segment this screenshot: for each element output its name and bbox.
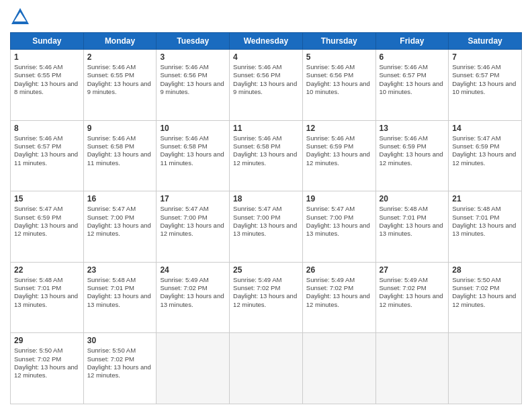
calendar-header: SundayMondayTuesdayWednesdayThursdayFrid… <box>11 33 522 50</box>
day-cell: 22Sunrise: 5:48 AMSunset: 7:01 PMDayligh… <box>11 262 84 333</box>
day-info: Sunrise: 5:48 AMSunset: 7:01 PMDaylight:… <box>452 205 518 238</box>
day-info: Sunrise: 5:46 AMSunset: 6:58 PMDaylight:… <box>160 134 226 167</box>
day-number: 30 <box>87 336 153 345</box>
day-info: Sunrise: 5:49 AMSunset: 7:02 PMDaylight:… <box>306 276 372 309</box>
day-cell: 18Sunrise: 5:47 AMSunset: 7:00 PMDayligh… <box>230 191 303 263</box>
page: SundayMondayTuesdayWednesdayThursdayFrid… <box>0 0 532 411</box>
day-info: Sunrise: 5:49 AMSunset: 7:02 PMDaylight:… <box>233 276 299 309</box>
day-cell: 23Sunrise: 5:48 AMSunset: 7:01 PMDayligh… <box>83 262 157 333</box>
logo-icon <box>10 7 30 27</box>
day-number: 21 <box>452 194 518 203</box>
day-cell: 19Sunrise: 5:47 AMSunset: 7:00 PMDayligh… <box>302 191 375 263</box>
day-number: 11 <box>233 124 299 133</box>
day-cell: 20Sunrise: 5:48 AMSunset: 7:01 PMDayligh… <box>375 191 449 263</box>
day-info: Sunrise: 5:47 AMSunset: 7:00 PMDaylight:… <box>306 205 372 238</box>
day-header-wednesday: Wednesday <box>230 33 303 50</box>
day-cell: 15Sunrise: 5:47 AMSunset: 6:59 PMDayligh… <box>11 191 84 263</box>
day-cell: 6Sunrise: 5:46 AMSunset: 6:57 PMDaylight… <box>375 50 449 121</box>
day-info: Sunrise: 5:46 AMSunset: 6:57 PMDaylight:… <box>14 134 80 167</box>
day-info: Sunrise: 5:46 AMSunset: 6:57 PMDaylight:… <box>452 63 518 96</box>
day-info: Sunrise: 5:49 AMSunset: 7:02 PMDaylight:… <box>380 276 445 309</box>
day-cell: 28Sunrise: 5:50 AMSunset: 7:02 PMDayligh… <box>449 262 522 333</box>
day-info: Sunrise: 5:49 AMSunset: 7:02 PMDaylight:… <box>160 276 226 309</box>
calendar: SundayMondayTuesdayWednesdayThursdayFrid… <box>10 32 522 404</box>
day-number: 28 <box>452 265 518 275</box>
day-info: Sunrise: 5:47 AMSunset: 7:00 PMDaylight:… <box>87 205 153 238</box>
week-row-1: 1Sunrise: 5:46 AMSunset: 6:55 PMDaylight… <box>11 50 522 121</box>
day-number: 4 <box>233 52 299 62</box>
day-number: 26 <box>306 265 372 275</box>
calendar-body: 1Sunrise: 5:46 AMSunset: 6:55 PMDaylight… <box>11 50 522 404</box>
day-cell: 4Sunrise: 5:46 AMSunset: 6:56 PMDaylight… <box>230 50 303 121</box>
day-cell: 14Sunrise: 5:47 AMSunset: 6:59 PMDayligh… <box>449 120 522 191</box>
day-info: Sunrise: 5:46 AMSunset: 6:56 PMDaylight:… <box>160 63 226 96</box>
day-info: Sunrise: 5:47 AMSunset: 6:59 PMDaylight:… <box>452 134 518 167</box>
day-number: 24 <box>160 265 226 275</box>
day-cell: 10Sunrise: 5:46 AMSunset: 6:58 PMDayligh… <box>157 120 230 191</box>
day-cell: 21Sunrise: 5:48 AMSunset: 7:01 PMDayligh… <box>449 191 522 263</box>
day-number: 1 <box>14 52 80 62</box>
day-number: 23 <box>87 265 153 275</box>
logo <box>10 7 33 27</box>
day-cell: 5Sunrise: 5:46 AMSunset: 6:56 PMDaylight… <box>302 50 375 121</box>
day-cell: 9Sunrise: 5:46 AMSunset: 6:58 PMDaylight… <box>83 120 157 191</box>
day-cell: 13Sunrise: 5:46 AMSunset: 6:59 PMDayligh… <box>375 120 449 191</box>
day-cell: 7Sunrise: 5:46 AMSunset: 6:57 PMDaylight… <box>449 50 522 121</box>
day-number: 27 <box>380 265 445 275</box>
day-number: 18 <box>233 194 299 203</box>
week-row-2: 8Sunrise: 5:46 AMSunset: 6:57 PMDaylight… <box>11 120 522 191</box>
day-info: Sunrise: 5:48 AMSunset: 7:01 PMDaylight:… <box>14 276 80 309</box>
day-cell <box>375 333 449 404</box>
day-cell: 3Sunrise: 5:46 AMSunset: 6:56 PMDaylight… <box>157 50 230 121</box>
day-cell: 2Sunrise: 5:46 AMSunset: 6:55 PMDaylight… <box>83 50 157 121</box>
week-row-4: 22Sunrise: 5:48 AMSunset: 7:01 PMDayligh… <box>11 262 522 333</box>
day-info: Sunrise: 5:47 AMSunset: 6:59 PMDaylight:… <box>14 205 80 238</box>
day-cell: 26Sunrise: 5:49 AMSunset: 7:02 PMDayligh… <box>302 262 375 333</box>
day-cell: 27Sunrise: 5:49 AMSunset: 7:02 PMDayligh… <box>375 262 449 333</box>
day-cell: 12Sunrise: 5:46 AMSunset: 6:59 PMDayligh… <box>302 120 375 191</box>
day-header-saturday: Saturday <box>449 33 522 50</box>
day-number: 14 <box>452 124 518 133</box>
day-info: Sunrise: 5:46 AMSunset: 6:59 PMDaylight:… <box>306 134 372 167</box>
day-number: 25 <box>233 265 299 275</box>
day-info: Sunrise: 5:46 AMSunset: 6:56 PMDaylight:… <box>306 63 372 96</box>
day-info: Sunrise: 5:46 AMSunset: 6:56 PMDaylight:… <box>233 63 299 96</box>
day-number: 9 <box>87 124 153 133</box>
day-info: Sunrise: 5:50 AMSunset: 7:02 PMDaylight:… <box>452 276 518 309</box>
day-number: 15 <box>14 194 80 203</box>
day-cell <box>230 333 303 404</box>
day-number: 12 <box>306 124 372 133</box>
day-cell: 16Sunrise: 5:47 AMSunset: 7:00 PMDayligh… <box>83 191 157 263</box>
day-info: Sunrise: 5:46 AMSunset: 6:55 PMDaylight:… <box>87 63 153 96</box>
header <box>10 7 522 27</box>
day-number: 8 <box>14 124 80 133</box>
day-info: Sunrise: 5:46 AMSunset: 6:58 PMDaylight:… <box>233 134 299 167</box>
day-header-tuesday: Tuesday <box>157 33 230 50</box>
day-number: 6 <box>380 52 445 62</box>
day-number: 13 <box>380 124 445 133</box>
day-number: 10 <box>160 124 226 133</box>
day-info: Sunrise: 5:47 AMSunset: 7:00 PMDaylight:… <box>160 205 226 238</box>
day-info: Sunrise: 5:48 AMSunset: 7:01 PMDaylight:… <box>380 205 445 238</box>
day-info: Sunrise: 5:47 AMSunset: 7:00 PMDaylight:… <box>233 205 299 238</box>
day-info: Sunrise: 5:48 AMSunset: 7:01 PMDaylight:… <box>87 276 153 309</box>
day-number: 2 <box>87 52 153 62</box>
day-cell <box>157 333 230 404</box>
day-info: Sunrise: 5:46 AMSunset: 6:55 PMDaylight:… <box>14 63 80 96</box>
day-number: 19 <box>306 194 372 203</box>
day-info: Sunrise: 5:46 AMSunset: 6:58 PMDaylight:… <box>87 134 153 167</box>
day-cell: 11Sunrise: 5:46 AMSunset: 6:58 PMDayligh… <box>230 120 303 191</box>
day-number: 20 <box>380 194 445 203</box>
day-cell: 24Sunrise: 5:49 AMSunset: 7:02 PMDayligh… <box>157 262 230 333</box>
day-info: Sunrise: 5:50 AMSunset: 7:02 PMDaylight:… <box>14 347 80 379</box>
day-header-sunday: Sunday <box>11 33 84 50</box>
day-cell: 17Sunrise: 5:47 AMSunset: 7:00 PMDayligh… <box>157 191 230 263</box>
day-header-thursday: Thursday <box>302 33 375 50</box>
day-number: 3 <box>160 52 226 62</box>
week-row-3: 15Sunrise: 5:47 AMSunset: 6:59 PMDayligh… <box>11 191 522 263</box>
day-cell: 25Sunrise: 5:49 AMSunset: 7:02 PMDayligh… <box>230 262 303 333</box>
day-header-friday: Friday <box>375 33 449 50</box>
day-cell <box>302 333 375 404</box>
day-cell: 29Sunrise: 5:50 AMSunset: 7:02 PMDayligh… <box>11 333 84 404</box>
day-number: 16 <box>87 194 153 203</box>
